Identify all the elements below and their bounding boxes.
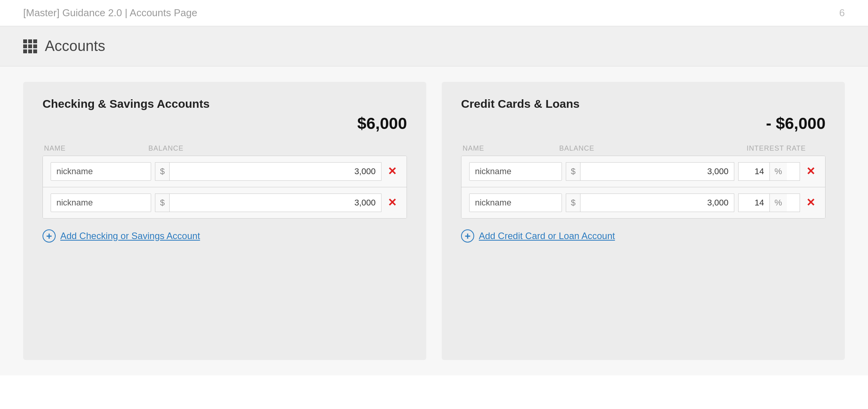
checking-name-column-label: NAME <box>44 144 145 153</box>
percent-sign-2: % <box>769 194 787 212</box>
checking-account-row: $ ✕ <box>43 156 407 187</box>
credit-balance-input-2[interactable] <box>580 194 734 212</box>
page-number: 6 <box>839 7 845 19</box>
credit-panel-total: - $6,000 <box>461 114 825 133</box>
dollar-sign-1: $ <box>155 163 170 180</box>
top-bar-title: [Master] Guidance 2.0 | Accounts Page <box>23 7 197 19</box>
add-checking-label: Add Checking or Savings Account <box>60 231 200 241</box>
checking-balance-input-2[interactable] <box>170 194 381 212</box>
header-section: Accounts <box>0 26 868 66</box>
checking-panel-title: Checking & Savings Accounts <box>43 97 407 110</box>
credit-name-column-label: NAME <box>463 144 555 153</box>
add-credit-account-link[interactable]: + Add Credit Card or Loan Account <box>461 229 825 243</box>
credit-nickname-input-2[interactable] <box>469 193 562 212</box>
credit-delete-button-1[interactable]: ✕ <box>804 164 817 179</box>
credit-balance-input-1[interactable] <box>580 163 734 180</box>
page-title: Accounts <box>45 38 105 54</box>
credit-interest-input-2[interactable] <box>739 194 769 212</box>
checking-delete-button-1[interactable]: ✕ <box>385 164 399 179</box>
checking-balance-input-1[interactable] <box>170 163 381 180</box>
add-credit-circle-icon: + <box>461 229 474 243</box>
checking-column-headers: NAME BALANCE <box>43 144 407 153</box>
top-bar: [Master] Guidance 2.0 | Accounts Page 6 <box>0 0 868 26</box>
checking-nickname-input-1[interactable] <box>51 162 151 181</box>
credit-dollar-sign-2: $ <box>566 194 580 212</box>
grid-icon <box>23 39 37 53</box>
credit-account-row-2: $ % ✕ <box>461 187 825 218</box>
checking-panel-total: $6,000 <box>43 114 407 133</box>
checking-delete-button-2[interactable]: ✕ <box>385 195 399 210</box>
credit-loans-panel: Credit Cards & Loans - $6,000 NAME BALAN… <box>442 82 845 360</box>
main-content: Checking & Savings Accounts $6,000 NAME … <box>0 66 868 375</box>
credit-accounts-table: $ % ✕ $ % ✕ <box>461 156 825 219</box>
credit-balance-group-1: $ <box>566 162 734 181</box>
credit-interest-column-label: INTEREST RATE <box>747 144 824 153</box>
checking-accounts-table: $ ✕ $ ✕ <box>43 156 407 219</box>
percent-sign-1: % <box>769 163 787 180</box>
checking-savings-panel: Checking & Savings Accounts $6,000 NAME … <box>23 82 426 360</box>
credit-column-headers: NAME BALANCE INTEREST RATE <box>461 144 825 153</box>
checking-balance-group-1: $ <box>155 162 381 181</box>
add-checking-account-link[interactable]: + Add Checking or Savings Account <box>43 229 407 243</box>
credit-interest-group-2: % <box>738 193 800 212</box>
checking-account-row-2: $ ✕ <box>43 187 407 218</box>
credit-interest-group-1: % <box>738 162 800 181</box>
credit-dollar-sign-1: $ <box>566 163 580 180</box>
checking-balance-column-label: BALANCE <box>148 144 405 153</box>
credit-interest-input-1[interactable] <box>739 163 769 180</box>
credit-nickname-input-1[interactable] <box>469 162 562 181</box>
credit-delete-button-2[interactable]: ✕ <box>804 195 817 210</box>
credit-account-row-1: $ % ✕ <box>461 156 825 187</box>
checking-balance-group-2: $ <box>155 193 381 212</box>
credit-balance-group-2: $ <box>566 193 734 212</box>
add-checking-circle-icon: + <box>43 229 56 243</box>
credit-panel-title: Credit Cards & Loans <box>461 97 825 110</box>
credit-balance-column-label: BALANCE <box>559 144 743 153</box>
checking-nickname-input-2[interactable] <box>51 193 151 212</box>
add-credit-label: Add Credit Card or Loan Account <box>479 231 615 241</box>
dollar-sign-2: $ <box>155 194 170 212</box>
